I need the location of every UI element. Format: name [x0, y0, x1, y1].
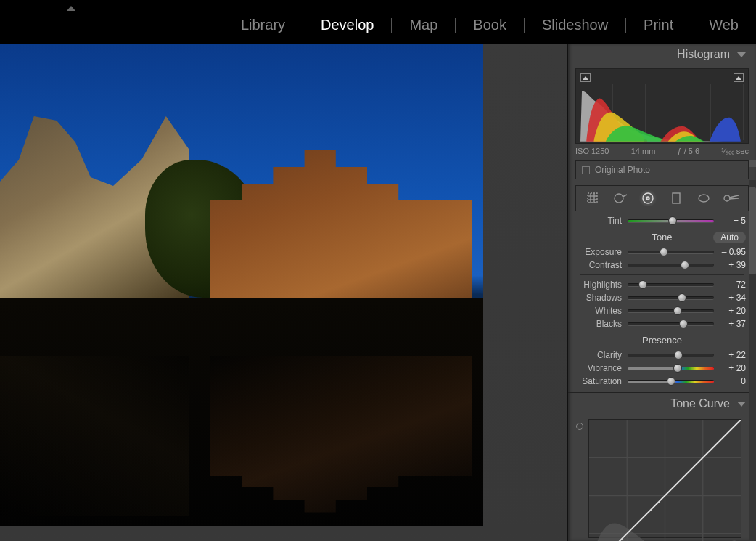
- module-develop[interactable]: Develop: [303, 17, 391, 33]
- meta-focal: 14 mm: [631, 147, 656, 156]
- basic-panel: Tint + 5 Tone Auto Exposure – 0.95 Contr…: [575, 211, 749, 392]
- histogram-title: Histogram: [677, 48, 730, 61]
- grad-filter-tool[interactable]: [666, 190, 686, 206]
- module-slideshow[interactable]: Slideshow: [525, 17, 625, 33]
- module-map[interactable]: Map: [392, 17, 455, 33]
- shadows-slider[interactable]: Shadows + 34: [575, 291, 749, 304]
- blacks-slider[interactable]: Blacks + 37: [575, 317, 749, 330]
- preview-image[interactable]: [0, 44, 483, 526]
- contrast-slider[interactable]: Contrast + 39: [575, 259, 749, 272]
- meta-shutter: ¹⁄₉₀₀ sec: [721, 147, 749, 156]
- redeye-tool[interactable]: [638, 190, 658, 206]
- chevron-down-icon: [737, 402, 746, 407]
- module-book[interactable]: Book: [456, 17, 524, 33]
- svg-point-8: [646, 197, 649, 200]
- highlight-clip-indicator[interactable]: [734, 73, 744, 82]
- original-photo-row[interactable]: Original Photo: [575, 160, 749, 179]
- tone-curve-graph[interactable]: [588, 419, 741, 538]
- svg-line-12: [729, 195, 739, 198]
- module-picker-bar: Library Develop Map Book Slideshow Print…: [0, 0, 756, 44]
- svg-rect-0: [588, 193, 597, 203]
- exposure-slider[interactable]: Exposure – 0.95: [575, 245, 749, 259]
- tint-label: Tint: [578, 216, 622, 226]
- panel-toggle-icon[interactable]: [749, 160, 756, 167]
- histogram-metadata: ISO 1250 14 mm ƒ / 5.6 ¹⁄₉₀₀ sec: [575, 147, 749, 156]
- module-web[interactable]: Web: [691, 17, 756, 33]
- meta-iso: ISO 1250: [575, 147, 609, 156]
- presence-title: Presence: [642, 335, 682, 346]
- panel-scrollbar[interactable]: [749, 180, 756, 541]
- tone-curve-header[interactable]: Tone Curve: [568, 393, 756, 415]
- original-photo-label: Original Photo: [595, 165, 650, 175]
- histogram-header[interactable]: Histogram: [568, 44, 756, 65]
- meta-aperture: ƒ / 5.6: [678, 147, 700, 156]
- scrollbar-thumb[interactable]: [749, 187, 756, 274]
- svg-line-13: [729, 198, 739, 199]
- clarity-slider[interactable]: Clarity + 22: [575, 349, 749, 362]
- tint-slider[interactable]: Tint + 5: [575, 214, 749, 227]
- tone-curve-title: Tone Curve: [670, 397, 730, 410]
- target-adjust-icon[interactable]: [576, 423, 583, 430]
- shadow-clip-indicator[interactable]: [580, 73, 591, 82]
- whites-slider[interactable]: Whites + 20: [575, 304, 749, 317]
- spot-tool[interactable]: [610, 190, 630, 206]
- module-library[interactable]: Library: [223, 17, 303, 33]
- svg-point-5: [615, 194, 623, 203]
- highlights-slider[interactable]: Highlights – 72: [575, 278, 749, 291]
- auto-tone-button[interactable]: Auto: [713, 232, 746, 243]
- chevron-down-icon: [737, 52, 746, 57]
- svg-point-11: [724, 195, 730, 201]
- tone-title: Tone: [652, 232, 672, 243]
- local-tools-strip: [575, 185, 749, 211]
- svg-point-10: [699, 195, 709, 202]
- tint-value: + 5: [720, 216, 746, 226]
- develop-right-panel: Histogram: [567, 44, 756, 541]
- module-print[interactable]: Print: [626, 17, 691, 33]
- tone-group-header: Tone Auto: [575, 227, 749, 245]
- svg-line-6: [623, 195, 627, 197]
- identity-plate-arrow[interactable]: [67, 6, 75, 11]
- radial-filter-tool[interactable]: [694, 190, 714, 206]
- histogram-graph[interactable]: [580, 84, 744, 140]
- canvas-area[interactable]: [0, 44, 567, 541]
- histogram-box[interactable]: [575, 68, 749, 144]
- saturation-slider[interactable]: Saturation 0: [575, 375, 749, 388]
- presence-group-header: Presence: [575, 330, 749, 349]
- crop-tool[interactable]: [583, 190, 603, 206]
- svg-rect-9: [673, 193, 680, 203]
- original-photo-checkbox[interactable]: [582, 166, 590, 174]
- brush-tool[interactable]: [721, 190, 741, 206]
- vibrance-slider[interactable]: Vibrance + 20: [575, 362, 749, 375]
